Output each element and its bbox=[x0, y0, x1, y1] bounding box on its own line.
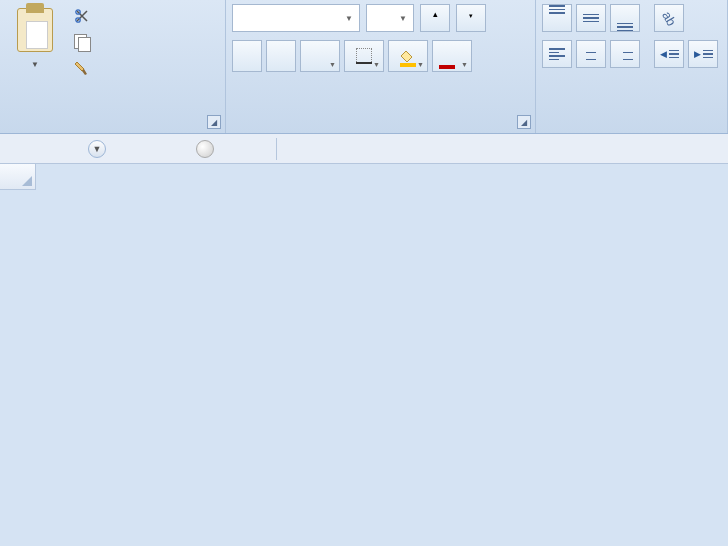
font-group-label bbox=[232, 127, 529, 133]
align-left-button[interactable] bbox=[542, 40, 572, 68]
formula-bar-row: ▼ bbox=[0, 134, 728, 164]
grow-font-icon: ▴ bbox=[433, 9, 438, 27]
copy-icon bbox=[74, 34, 92, 50]
cancel-formula-icon bbox=[196, 140, 214, 158]
bucket-icon bbox=[400, 48, 416, 64]
font-name-select[interactable]: ▼ bbox=[232, 4, 360, 32]
cut-button[interactable] bbox=[70, 6, 102, 26]
grow-font-button[interactable]: ▴ bbox=[420, 4, 450, 32]
chevron-down-icon: ▼ bbox=[373, 61, 380, 68]
name-box-dropdown[interactable]: ▼ bbox=[88, 140, 106, 158]
align-bottom-icon bbox=[617, 23, 633, 32]
paste-button[interactable]: ▼ bbox=[6, 4, 64, 92]
format-painter-button[interactable] bbox=[70, 58, 102, 78]
orientation-button[interactable]: ab bbox=[654, 4, 684, 32]
font-group: ▼ ▼ ▴ ▾ ▼ ▼ bbox=[226, 0, 536, 133]
font-color-button[interactable]: ▼ bbox=[432, 40, 472, 72]
brush-icon bbox=[74, 60, 92, 76]
italic-button[interactable] bbox=[266, 40, 296, 72]
align-left-icon bbox=[549, 48, 565, 60]
align-right-icon bbox=[617, 48, 633, 60]
clipboard-group: ▼ bbox=[0, 0, 226, 133]
shrink-font-button[interactable]: ▾ bbox=[456, 4, 486, 32]
clipboard-group-label bbox=[6, 127, 219, 133]
ribbon: ▼ bbox=[0, 0, 728, 134]
align-right-button[interactable] bbox=[610, 40, 640, 68]
orientation-icon: ab bbox=[659, 8, 679, 28]
align-middle-button[interactable] bbox=[576, 4, 606, 32]
decrease-indent-button[interactable]: ◀ bbox=[654, 40, 684, 68]
underline-button[interactable]: ▼ bbox=[300, 40, 340, 72]
align-top-button[interactable] bbox=[542, 4, 572, 32]
increase-indent-icon: ▶ bbox=[694, 49, 713, 59]
chevron-down-icon: ▼ bbox=[345, 14, 353, 23]
chevron-down-icon: ▼ bbox=[329, 61, 336, 68]
alignment-group-label bbox=[542, 127, 721, 133]
select-all-corner[interactable] bbox=[0, 164, 36, 190]
shrink-font-icon: ▾ bbox=[469, 11, 473, 26]
align-middle-icon bbox=[583, 14, 599, 23]
chevron-down-icon: ▼ bbox=[31, 60, 39, 69]
alignment-group: ab ◀ ▶ bbox=[536, 0, 728, 133]
font-size-select[interactable]: ▼ bbox=[366, 4, 414, 32]
column-headers bbox=[0, 164, 728, 190]
scissors-icon bbox=[74, 8, 92, 24]
fill-color-button[interactable]: ▼ bbox=[388, 40, 428, 72]
spreadsheet-grid[interactable] bbox=[0, 164, 728, 190]
paste-icon bbox=[17, 8, 53, 52]
border-icon bbox=[356, 48, 372, 64]
increase-indent-button[interactable]: ▶ bbox=[688, 40, 718, 68]
align-center-icon bbox=[583, 48, 599, 60]
bold-button[interactable] bbox=[232, 40, 262, 72]
align-center-button[interactable] bbox=[576, 40, 606, 68]
clipboard-dialog-launcher[interactable]: ◢ bbox=[207, 115, 221, 129]
chevron-down-icon: ▼ bbox=[461, 61, 468, 68]
decrease-indent-icon: ◀ bbox=[660, 49, 679, 59]
chevron-down-icon: ▼ bbox=[417, 61, 424, 68]
border-button[interactable]: ▼ bbox=[344, 40, 384, 72]
copy-button[interactable] bbox=[70, 32, 102, 52]
align-bottom-button[interactable] bbox=[610, 4, 640, 32]
font-dialog-launcher[interactable]: ◢ bbox=[517, 115, 531, 129]
chevron-down-icon: ▼ bbox=[399, 14, 407, 23]
align-top-icon bbox=[549, 5, 565, 14]
